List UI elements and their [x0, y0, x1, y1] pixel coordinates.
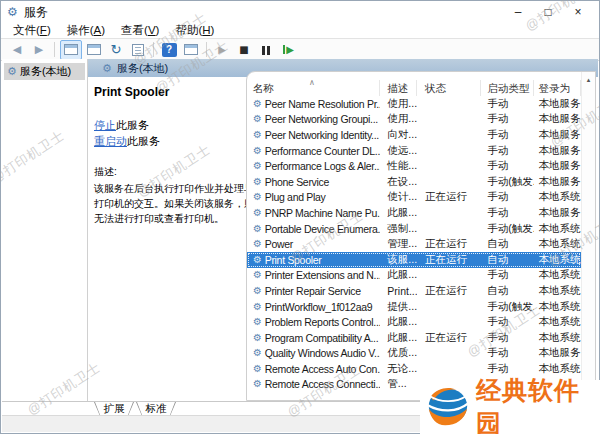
service-row[interactable]: ⚙Program Compatibility A...此服...正在运行手动本地… [247, 330, 581, 346]
help-button[interactable]: ? [159, 41, 179, 59]
column-header-0[interactable]: 名称∧ [247, 80, 380, 96]
selected-service-name: Print Spooler [94, 85, 256, 99]
service-row[interactable]: ⚙Power管理...正在运行自动本地系统 [247, 236, 581, 252]
service-row[interactable]: ⚙Print Spooler该服...正在运行自动本地系统 [247, 252, 581, 268]
cell-logon-as: 本地服务 [534, 112, 581, 126]
service-gear-icon: ⚙ [253, 224, 262, 234]
menu-item-v[interactable]: 查看(V) [113, 23, 167, 38]
screenshot-stage: ⚙ 服务 – □ × 文件(F)操作(A)查看(V)帮助(H) ◀▶↻?▶■▶ … [0, 0, 600, 434]
column-header-4[interactable]: 登录为 [534, 80, 581, 96]
stop-service-button[interactable]: ■ [234, 41, 254, 59]
sort-ascending-icon: ∧ [309, 80, 315, 87]
start-service-button[interactable]: ▶ [212, 41, 232, 59]
export-list-button[interactable] [128, 41, 148, 59]
service-row[interactable]: ⚙Performance Logs & Aler...性能...手动本地服务 [247, 158, 581, 174]
cell-name: ⚙Quality Windows Audio V... [247, 347, 380, 359]
cell-name: ⚙Print Spooler [247, 254, 380, 266]
service-gear-icon: ⚙ [253, 99, 262, 109]
cell-startup-type: 手动 [481, 346, 533, 360]
cell-logon-as: 本地服务 [534, 128, 581, 142]
cell-name: ⚙Program Compatibility A... [247, 332, 380, 344]
service-gear-icon: ⚙ [253, 270, 262, 280]
pause-icon [261, 41, 271, 59]
vertical-scrollbar[interactable]: ▴ [581, 72, 595, 400]
show-action-pane-button[interactable] [181, 41, 201, 59]
banner-gear-icon: ⚙ [102, 63, 112, 74]
column-header-2[interactable]: 状态 [417, 80, 481, 96]
pause-service-button[interactable] [256, 41, 276, 59]
service-row[interactable]: ⚙Performance Counter DL...使远...手动本地服务 [247, 143, 581, 159]
tree-item-services-local[interactable]: ⚙ 服务(本地) [4, 63, 85, 80]
cell-startup-type: 手动 [481, 331, 533, 345]
cell-logon-as: 本地系统 [534, 268, 581, 282]
menu-item-h[interactable]: 帮助(H) [167, 23, 222, 38]
menu-item-a[interactable]: 操作(A) [59, 23, 113, 38]
cell-startup-type: 手动 [481, 315, 533, 329]
cell-logon-as: 本地系统 [534, 331, 581, 345]
logo-sphere-icon [426, 384, 470, 430]
cell-name: ⚙Peer Name Resolution Pr... [247, 98, 380, 110]
cell-logon-as: 本地系统 [534, 253, 581, 267]
column-header-3[interactable]: 启动类型 [481, 80, 533, 96]
service-link-row: 重启动此服务 [94, 133, 256, 149]
cell-name: ⚙Portable Device Enumera... [247, 223, 380, 235]
cell-status: 正在运行 [417, 253, 481, 267]
service-row[interactable]: ⚙Portable Device Enumera...强制...手动(触发...… [247, 221, 581, 237]
cell-startup-type: 手动 [481, 128, 533, 142]
service-row[interactable]: ⚙Quality Windows Audio V...优质...手动本地服务 [247, 346, 581, 362]
cell-startup-type: 自动 [481, 284, 533, 298]
service-row[interactable]: ⚙Peer Networking Identity...向对...手动本地服务 [247, 127, 581, 143]
service-row[interactable]: ⚙Problem Reports Control...此服...手动本地系统 [247, 314, 581, 330]
window-icon [64, 44, 78, 55]
restart-service-button[interactable]: ▶ [278, 41, 298, 59]
service-gear-icon: ⚙ [253, 177, 262, 187]
toolbar-separator [206, 42, 207, 57]
description-label: 描述: [94, 165, 256, 179]
cell-status: 正在运行 [417, 331, 481, 345]
properties-button[interactable] [84, 41, 104, 59]
back-button[interactable]: ◀ [7, 41, 27, 59]
cell-description: 提供... [380, 300, 417, 314]
cell-description: 此服... [380, 206, 417, 220]
cell-status: 正在运行 [417, 237, 481, 251]
minimize-button[interactable]: – [503, 2, 533, 22]
services-gear-icon: ⚙ [7, 66, 17, 77]
show-console-tree-button[interactable] [60, 40, 82, 60]
service-row[interactable]: ⚙Phone Service在设...手动(触发...本地服务 [247, 174, 581, 190]
service-row[interactable]: ⚙Peer Name Resolution Pr...使用...手动本地服务 [247, 96, 581, 112]
menu-item-f[interactable]: 文件(F) [5, 23, 59, 38]
refresh-button[interactable]: ↻ [106, 41, 126, 59]
scroll-up-icon[interactable]: ▴ [582, 72, 595, 84]
cell-logon-as: 本地服务 [534, 206, 581, 220]
close-button[interactable]: × [563, 2, 593, 22]
service-gear-icon: ⚙ [253, 192, 262, 202]
service-row[interactable]: ⚙Printer Extensions and N...此服...手动本地系统 [247, 268, 581, 284]
tab-extended[interactable]: 扩展 [94, 402, 134, 416]
cell-startup-type: 手动 [481, 144, 533, 158]
cell-startup-type: 手动 [481, 112, 533, 126]
cell-logon-as: 本地服务 [534, 159, 581, 173]
service-row[interactable]: ⚙Printer Repair ServicePrint...正在运行自动本地系… [247, 283, 581, 299]
window-title: 服务 [24, 4, 48, 21]
column-header-1[interactable]: 描述 [380, 80, 417, 96]
cell-logon-as: 本地系统 [534, 190, 581, 204]
service-row[interactable]: ⚙PrintWorkflow_1f012aa9提供...手动(触发...本地系统 [247, 299, 581, 315]
cell-description: 强制... [380, 222, 417, 236]
cell-name: ⚙PrintWorkflow_1f012aa9 [247, 301, 380, 313]
service-row[interactable]: ⚙Plug and Play使计...正在运行手动本地系统 [247, 190, 581, 206]
maximize-button[interactable]: □ [533, 2, 563, 22]
export-list-icon [132, 44, 144, 56]
site-logo: 经典软件园 [420, 380, 600, 434]
service-action-links: 停止此服务重启动此服务 [94, 117, 256, 149]
cell-description: 此服... [380, 331, 417, 345]
cell-logon-as: 本地服务 [534, 346, 581, 360]
service-row[interactable]: ⚙Peer Networking Groupi...使用...手动本地服务 [247, 112, 581, 128]
forward-button[interactable]: ▶ [29, 41, 49, 59]
cell-logon-as: 本地系统 [534, 315, 581, 329]
cell-startup-type: 手动 [481, 268, 533, 282]
stop-service-link[interactable]: 停止 [94, 119, 116, 131]
cell-description: Print... [380, 285, 417, 297]
tab-standard[interactable]: 标准 [136, 402, 176, 416]
service-row[interactable]: ⚙PNRP Machine Name Pu...此服...手动本地服务 [247, 205, 581, 221]
restart-service-link[interactable]: 重启动 [94, 135, 127, 147]
